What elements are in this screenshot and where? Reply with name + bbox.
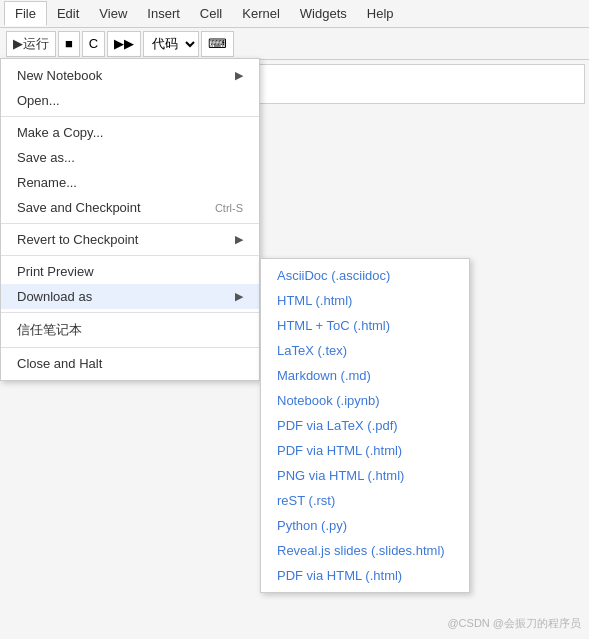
submenu-rest[interactable]: reST (.rst) [261, 488, 469, 513]
menu-item-open[interactable]: Open... [1, 88, 259, 113]
submenu-pdf-html2[interactable]: PDF via HTML (.html) [261, 563, 469, 588]
menu-view[interactable]: View [89, 2, 137, 25]
menu-item-save-checkpoint[interactable]: Save and Checkpoint Ctrl-S [1, 195, 259, 220]
menu-item-trust-notebook[interactable]: 信任笔记本 [1, 316, 259, 344]
restart-button[interactable]: C [82, 31, 105, 57]
submenu-python[interactable]: Python (.py) [261, 513, 469, 538]
menu-item-close-halt[interactable]: Close and Halt [1, 351, 259, 376]
save-as-label: Save as... [17, 150, 75, 165]
submenu-latex[interactable]: LaTeX (.tex) [261, 338, 469, 363]
submenu-html[interactable]: HTML (.html) [261, 288, 469, 313]
close-halt-label: Close and Halt [17, 356, 102, 371]
toolbar: ▶ 运行 ■ C ▶▶ 代码 ⌨ [0, 28, 589, 60]
print-preview-label: Print Preview [17, 264, 94, 279]
menu-edit[interactable]: Edit [47, 2, 89, 25]
submenu-pdf-html[interactable]: PDF via HTML (.html) [261, 438, 469, 463]
submenu-markdown[interactable]: Markdown (.md) [261, 363, 469, 388]
divider-5 [1, 347, 259, 348]
watermark: @CSDN @会振刀的程序员 [447, 616, 581, 631]
submenu-html-toc[interactable]: HTML + ToC (.html) [261, 313, 469, 338]
stop-button[interactable]: ■ [58, 31, 80, 57]
menu-widgets[interactable]: Widgets [290, 2, 357, 25]
menu-item-make-copy[interactable]: Make a Copy... [1, 120, 259, 145]
keyboard-button[interactable]: ⌨ [201, 31, 234, 57]
arrow-icon: ▶ [235, 69, 243, 82]
download-submenu: AsciiDoc (.asciidoc) HTML (.html) HTML +… [260, 258, 470, 593]
run-label: 运行 [23, 35, 49, 53]
menu-item-rename[interactable]: Rename... [1, 170, 259, 195]
menu-item-download-as[interactable]: Download as ▶ [1, 284, 259, 309]
menu-item-save-as[interactable]: Save as... [1, 145, 259, 170]
revert-arrow-icon: ▶ [235, 233, 243, 246]
download-arrow-icon: ▶ [235, 290, 243, 303]
menu-insert[interactable]: Insert [137, 2, 190, 25]
cell-type-select[interactable]: 代码 [143, 31, 199, 57]
menu-cell[interactable]: Cell [190, 2, 232, 25]
menu-item-revert-checkpoint[interactable]: Revert to Checkpoint ▶ [1, 227, 259, 252]
trust-notebook-label: 信任笔记本 [17, 321, 82, 339]
menu-kernel[interactable]: Kernel [232, 2, 290, 25]
restart-run-button[interactable]: ▶▶ [107, 31, 141, 57]
revert-checkpoint-label: Revert to Checkpoint [17, 232, 138, 247]
download-as-label: Download as [17, 289, 92, 304]
file-dropdown: New Notebook ▶ Open... Make a Copy... Sa… [0, 58, 260, 381]
submenu-revealjs[interactable]: Reveal.js slides (.slides.html) [261, 538, 469, 563]
menu-file[interactable]: File [4, 1, 47, 26]
save-shortcut: Ctrl-S [215, 202, 243, 214]
run-button[interactable]: ▶ 运行 [6, 31, 56, 57]
submenu-notebook[interactable]: Notebook (.ipynb) [261, 388, 469, 413]
open-label: Open... [17, 93, 60, 108]
make-copy-label: Make a Copy... [17, 125, 103, 140]
divider-4 [1, 312, 259, 313]
new-notebook-label: New Notebook [17, 68, 102, 83]
save-checkpoint-label: Save and Checkpoint [17, 200, 141, 215]
divider-1 [1, 116, 259, 117]
submenu-asciidoc[interactable]: AsciiDoc (.asciidoc) [261, 263, 469, 288]
menu-help[interactable]: Help [357, 2, 404, 25]
divider-2 [1, 223, 259, 224]
menu-bar: File Edit View Insert Cell Kernel Widget… [0, 0, 589, 28]
divider-3 [1, 255, 259, 256]
submenu-png-html[interactable]: PNG via HTML (.html) [261, 463, 469, 488]
rename-label: Rename... [17, 175, 77, 190]
menu-item-new-notebook[interactable]: New Notebook ▶ [1, 63, 259, 88]
submenu-pdf-latex[interactable]: PDF via LaTeX (.pdf) [261, 413, 469, 438]
file-menu: New Notebook ▶ Open... Make a Copy... Sa… [0, 58, 260, 381]
menu-item-print-preview[interactable]: Print Preview [1, 259, 259, 284]
